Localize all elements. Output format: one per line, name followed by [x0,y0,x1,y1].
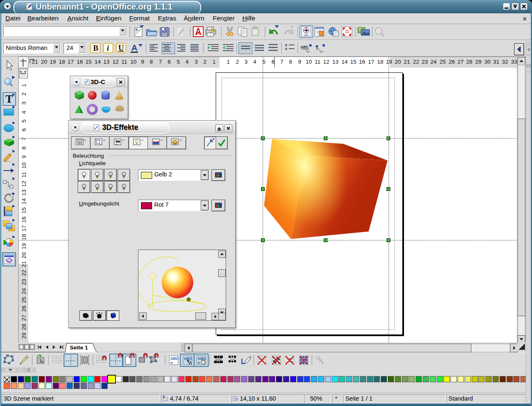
svg-text:Seite 1: Seite 1 [70,344,88,351]
svg-text:ABC: ABC [300,45,309,49]
svg-text:¶: ¶ [315,44,318,50]
svg-text:T: T [5,93,13,105]
svg-text:A: A [131,43,137,52]
svg-text:i: i [107,44,109,52]
svg-text:B: B [93,44,99,52]
svg-text:U: U [118,43,124,52]
svg-text:ABC: ABC [184,356,193,361]
svg-text:ABC: ABC [170,356,179,361]
